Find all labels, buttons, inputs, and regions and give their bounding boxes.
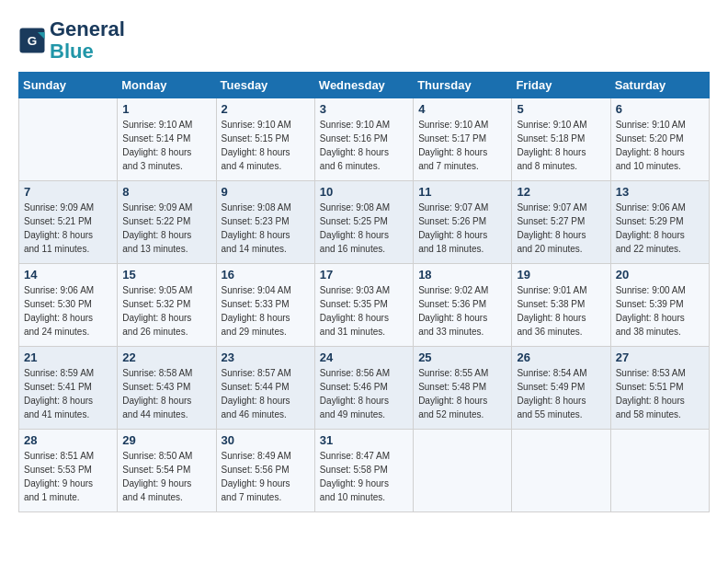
day-info: Sunrise: 9:10 AMSunset: 5:17 PMDaylight:… [418, 118, 506, 173]
calendar-cell: 10Sunrise: 9:08 AMSunset: 5:25 PMDayligh… [314, 181, 413, 264]
day-number: 6 [616, 102, 704, 116]
page-header: G GeneralBlue [18, 18, 710, 63]
day-number: 29 [122, 433, 210, 447]
day-info: Sunrise: 9:08 AMSunset: 5:23 PMDaylight:… [222, 201, 310, 256]
weekday-header-friday: Friday [512, 73, 610, 98]
day-info: Sunrise: 9:04 AMSunset: 5:33 PMDaylight:… [222, 283, 310, 339]
day-number: 12 [517, 185, 605, 199]
day-number: 4 [418, 102, 506, 116]
day-number: 31 [320, 433, 408, 447]
day-info: Sunrise: 8:55 AMSunset: 5:48 PMDaylight:… [418, 366, 506, 421]
calendar-cell: 8Sunrise: 9:09 AMSunset: 5:22 PMDaylight… [118, 181, 216, 264]
weekday-header-wednesday: Wednesday [314, 73, 413, 98]
day-info: Sunrise: 9:10 AMSunset: 5:16 PMDaylight:… [320, 118, 408, 173]
day-info: Sunrise: 9:10 AMSunset: 5:18 PMDaylight:… [517, 118, 605, 173]
day-info: Sunrise: 8:59 AMSunset: 5:41 PMDaylight:… [24, 366, 112, 421]
day-number: 8 [122, 185, 210, 199]
logo-icon: G [18, 27, 46, 54]
day-number: 16 [222, 268, 310, 282]
calendar-cell: 6Sunrise: 9:10 AMSunset: 5:20 PMDaylight… [610, 98, 709, 181]
calendar-cell [512, 430, 610, 512]
day-info: Sunrise: 9:10 AMSunset: 5:20 PMDaylight:… [616, 118, 704, 173]
calendar-cell: 30Sunrise: 8:49 AMSunset: 5:56 PMDayligh… [216, 430, 314, 512]
weekday-header-tuesday: Tuesday [216, 73, 314, 98]
day-info: Sunrise: 8:50 AMSunset: 5:54 PMDaylight:… [122, 449, 210, 504]
day-info: Sunrise: 9:09 AMSunset: 5:22 PMDaylight:… [122, 201, 210, 256]
calendar-cell [19, 98, 118, 181]
day-number: 30 [222, 433, 310, 447]
calendar-cell: 22Sunrise: 8:58 AMSunset: 5:43 PMDayligh… [118, 347, 216, 430]
calendar-cell: 19Sunrise: 9:01 AMSunset: 5:38 PMDayligh… [512, 264, 610, 347]
day-number: 20 [616, 268, 704, 282]
day-number: 9 [222, 185, 310, 199]
day-number: 26 [517, 350, 605, 364]
day-number: 11 [418, 185, 506, 199]
day-number: 21 [24, 350, 112, 364]
day-number: 1 [122, 102, 210, 116]
day-number: 23 [222, 350, 310, 364]
day-number: 14 [24, 268, 112, 282]
day-number: 3 [320, 102, 408, 116]
day-number: 13 [616, 185, 704, 199]
calendar-cell: 12Sunrise: 9:07 AMSunset: 5:27 PMDayligh… [512, 181, 610, 264]
calendar-cell: 13Sunrise: 9:06 AMSunset: 5:29 PMDayligh… [610, 181, 709, 264]
day-number: 5 [517, 102, 605, 116]
calendar-cell: 7Sunrise: 9:09 AMSunset: 5:21 PMDaylight… [19, 181, 118, 264]
day-info: Sunrise: 9:06 AMSunset: 5:30 PMDaylight:… [24, 283, 112, 339]
day-info: Sunrise: 9:01 AMSunset: 5:38 PMDaylight:… [517, 283, 605, 339]
calendar-cell: 11Sunrise: 9:07 AMSunset: 5:26 PMDayligh… [414, 181, 512, 264]
calendar-week-row: 14Sunrise: 9:06 AMSunset: 5:30 PMDayligh… [19, 264, 710, 347]
calendar-cell: 1Sunrise: 9:10 AMSunset: 5:14 PMDaylight… [118, 98, 216, 181]
day-info: Sunrise: 8:56 AMSunset: 5:46 PMDaylight:… [320, 366, 408, 421]
calendar-cell: 20Sunrise: 9:00 AMSunset: 5:39 PMDayligh… [610, 264, 709, 347]
day-info: Sunrise: 9:08 AMSunset: 5:25 PMDaylight:… [320, 201, 408, 256]
calendar-week-row: 21Sunrise: 8:59 AMSunset: 5:41 PMDayligh… [19, 347, 710, 430]
logo: G GeneralBlue [18, 18, 125, 63]
day-number: 24 [320, 350, 408, 364]
calendar-week-row: 28Sunrise: 8:51 AMSunset: 5:53 PMDayligh… [19, 430, 710, 512]
calendar-cell: 17Sunrise: 9:03 AMSunset: 5:35 PMDayligh… [314, 264, 413, 347]
day-info: Sunrise: 9:03 AMSunset: 5:35 PMDaylight:… [320, 283, 408, 339]
calendar-cell: 18Sunrise: 9:02 AMSunset: 5:36 PMDayligh… [414, 264, 512, 347]
day-info: Sunrise: 9:06 AMSunset: 5:29 PMDaylight:… [616, 201, 704, 256]
day-info: Sunrise: 9:05 AMSunset: 5:32 PMDaylight:… [122, 283, 210, 339]
calendar-table: SundayMondayTuesdayWednesdayThursdayFrid… [18, 72, 710, 512]
day-number: 10 [320, 185, 408, 199]
day-number: 28 [24, 433, 112, 447]
day-info: Sunrise: 9:10 AMSunset: 5:14 PMDaylight:… [122, 118, 210, 173]
day-number: 15 [122, 268, 210, 282]
calendar-cell: 24Sunrise: 8:56 AMSunset: 5:46 PMDayligh… [314, 347, 413, 430]
calendar-cell: 26Sunrise: 8:54 AMSunset: 5:49 PMDayligh… [512, 347, 610, 430]
logo-text: GeneralBlue [50, 18, 125, 63]
day-number: 18 [418, 268, 506, 282]
day-info: Sunrise: 8:51 AMSunset: 5:53 PMDaylight:… [24, 449, 112, 504]
calendar-cell: 15Sunrise: 9:05 AMSunset: 5:32 PMDayligh… [118, 264, 216, 347]
calendar-cell: 27Sunrise: 8:53 AMSunset: 5:51 PMDayligh… [610, 347, 709, 430]
calendar-cell: 2Sunrise: 9:10 AMSunset: 5:15 PMDaylight… [216, 98, 314, 181]
calendar-cell: 14Sunrise: 9:06 AMSunset: 5:30 PMDayligh… [19, 264, 118, 347]
day-number: 22 [122, 350, 210, 364]
calendar-cell: 23Sunrise: 8:57 AMSunset: 5:44 PMDayligh… [216, 347, 314, 430]
day-number: 2 [222, 102, 310, 116]
calendar-cell [414, 430, 512, 512]
calendar-header-row: SundayMondayTuesdayWednesdayThursdayFrid… [19, 73, 710, 98]
day-number: 27 [616, 350, 704, 364]
calendar-cell: 4Sunrise: 9:10 AMSunset: 5:17 PMDaylight… [414, 98, 512, 181]
calendar-cell: 9Sunrise: 9:08 AMSunset: 5:23 PMDaylight… [216, 181, 314, 264]
calendar-cell [610, 430, 709, 512]
day-number: 25 [418, 350, 506, 364]
calendar-cell: 16Sunrise: 9:04 AMSunset: 5:33 PMDayligh… [216, 264, 314, 347]
day-info: Sunrise: 8:54 AMSunset: 5:49 PMDaylight:… [517, 366, 605, 421]
day-info: Sunrise: 9:09 AMSunset: 5:21 PMDaylight:… [24, 201, 112, 256]
calendar-cell: 29Sunrise: 8:50 AMSunset: 5:54 PMDayligh… [118, 430, 216, 512]
day-number: 17 [320, 268, 408, 282]
day-number: 7 [24, 185, 112, 199]
weekday-header-thursday: Thursday [414, 73, 512, 98]
weekday-header-saturday: Saturday [610, 73, 709, 98]
day-info: Sunrise: 8:49 AMSunset: 5:56 PMDaylight:… [222, 449, 310, 504]
calendar-cell: 28Sunrise: 8:51 AMSunset: 5:53 PMDayligh… [19, 430, 118, 512]
day-info: Sunrise: 8:58 AMSunset: 5:43 PMDaylight:… [122, 366, 210, 421]
day-info: Sunrise: 9:00 AMSunset: 5:39 PMDaylight:… [616, 283, 704, 339]
day-number: 19 [517, 268, 605, 282]
day-info: Sunrise: 9:07 AMSunset: 5:26 PMDaylight:… [418, 201, 506, 256]
